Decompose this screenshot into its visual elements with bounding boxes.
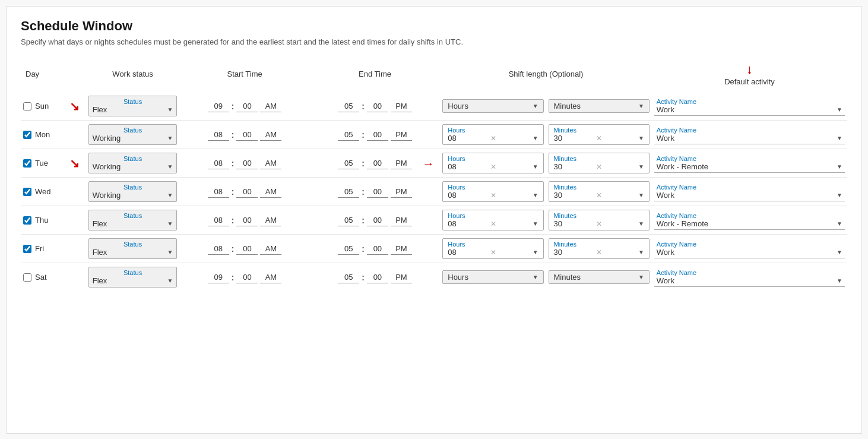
end-min-mon[interactable] (367, 129, 388, 141)
start-time-group-sat: : (182, 271, 307, 283)
end-hour-mon[interactable] (338, 129, 359, 141)
hours-clear-thu[interactable]: ✕ (490, 220, 496, 228)
activity-dropdown-tue[interactable]: Activity Name Work - Remote ▼ (654, 154, 845, 173)
activity-dropdown-sat[interactable]: Activity Name Work ▼ (654, 268, 845, 287)
red-arrow-hours-icon: → (422, 156, 434, 170)
status-dropdown-sat[interactable]: Status Flex ▼ (88, 267, 178, 288)
start-min-mon[interactable] (236, 129, 258, 141)
minutes-clear-thu[interactable]: ✕ (596, 220, 602, 228)
end-ampm-wed[interactable] (391, 186, 412, 198)
end-min-fri[interactable] (367, 243, 388, 255)
start-ampm-sat[interactable] (260, 271, 281, 283)
start-hour-sun[interactable] (208, 100, 229, 112)
end-ampm-tue[interactable] (391, 157, 412, 169)
hours-clear-wed[interactable]: ✕ (490, 191, 496, 200)
start-hour-mon[interactable] (208, 129, 229, 141)
col-header-work-status: Work status (112, 70, 153, 78)
start-min-sat[interactable] (236, 271, 258, 283)
end-hour-sat[interactable] (338, 271, 359, 283)
status-dropdown-fri[interactable]: Status Flex ▼ (88, 238, 178, 259)
status-label-tue: Status (93, 155, 173, 162)
hours-value-fri: 08 (448, 248, 456, 257)
day-checkbox-sat[interactable] (23, 273, 31, 282)
end-hour-tue[interactable] (338, 157, 359, 169)
hours-dropdown-sat[interactable]: Hours ▼ (442, 270, 543, 284)
minutes-dropdown-sun[interactable]: Minutes ▼ (549, 99, 650, 113)
hours-dropdown-sun[interactable]: Hours ▼ (442, 99, 543, 113)
day-checkbox-sun[interactable] (23, 102, 31, 110)
hours-dropdown-wed[interactable]: Hours 08 ✕ ▼ (442, 181, 543, 202)
hours-dropdown-thu[interactable]: Hours 08 ✕ ▼ (442, 210, 543, 230)
hours-clear-tue[interactable]: ✕ (490, 163, 496, 171)
day-checkbox-wed[interactable] (23, 188, 31, 196)
start-ampm-fri[interactable] (260, 243, 281, 255)
hours-dropdown-fri[interactable]: Hours 08 ✕ ▼ (442, 238, 543, 259)
hours-clear-mon[interactable]: ✕ (490, 134, 496, 143)
minutes-clear-tue[interactable]: ✕ (596, 163, 602, 171)
end-ampm-mon[interactable] (391, 129, 412, 141)
end-hour-fri[interactable] (338, 243, 359, 255)
status-dropdown-sun[interactable]: Status Flex ▼ (88, 96, 178, 116)
end-sep-wed: : (362, 187, 365, 197)
activity-dropdown-sun[interactable]: Activity Name Work ▼ (654, 97, 845, 116)
status-dropdown-arrow-sun: ▼ (167, 106, 173, 113)
minutes-dropdown-sat[interactable]: Minutes ▼ (549, 270, 650, 284)
day-checkbox-thu[interactable] (23, 216, 31, 225)
start-min-sun[interactable] (236, 100, 258, 112)
start-ampm-mon[interactable] (260, 129, 281, 141)
start-hour-tue[interactable] (208, 157, 229, 169)
hours-clear-fri[interactable]: ✕ (490, 248, 496, 257)
minutes-clear-mon[interactable]: ✕ (596, 134, 602, 143)
hours-dropdown-tue[interactable]: Hours 08 ✕ ▼ (442, 153, 543, 173)
start-min-tue[interactable] (236, 157, 258, 169)
end-hour-sun[interactable] (338, 100, 359, 112)
end-ampm-fri[interactable] (391, 243, 412, 255)
status-value-sun: Flex (93, 105, 107, 114)
minutes-clear-fri[interactable]: ✕ (596, 248, 602, 257)
minutes-dropdown-thu[interactable]: Minutes 30 ✕ ▼ (549, 210, 650, 230)
start-hour-sat[interactable] (208, 271, 229, 283)
activity-value-fri: Work (657, 248, 674, 257)
hours-dropdown-mon[interactable]: Hours 08 ✕ ▼ (442, 124, 543, 145)
end-min-sun[interactable] (367, 100, 388, 112)
status-dropdown-wed[interactable]: Status Working ▼ (88, 181, 178, 202)
activity-dropdown-wed[interactable]: Activity Name Work ▼ (654, 182, 845, 201)
activity-dropdown-mon[interactable]: Activity Name Work ▼ (654, 125, 845, 144)
end-ampm-sat[interactable] (391, 271, 412, 283)
minutes-dropdown-wed[interactable]: Minutes 30 ✕ ▼ (549, 181, 650, 202)
start-ampm-sun[interactable] (260, 100, 281, 112)
start-ampm-tue[interactable] (260, 157, 281, 169)
day-checkbox-fri[interactable] (23, 245, 31, 253)
status-dropdown-tue[interactable]: Status Working ▼ (88, 153, 178, 173)
start-hour-thu[interactable] (208, 214, 229, 226)
start-ampm-thu[interactable] (260, 214, 281, 226)
end-time-group-mon: : (312, 129, 438, 141)
activity-dropdown-thu[interactable]: Activity Name Work - Remote ▼ (654, 211, 845, 230)
start-min-fri[interactable] (236, 243, 258, 255)
end-ampm-sun[interactable] (391, 100, 412, 112)
end-min-wed[interactable] (367, 186, 388, 198)
activity-dropdown-arrow-fri: ▼ (837, 249, 842, 255)
minutes-dropdown-mon[interactable]: Minutes 30 ✕ ▼ (549, 124, 650, 145)
minutes-clear-wed[interactable]: ✕ (596, 191, 602, 200)
day-checkbox-tue[interactable] (23, 159, 31, 168)
day-checkbox-mon[interactable] (23, 131, 31, 139)
activity-dropdown-fri[interactable]: Activity Name Work ▼ (654, 239, 845, 258)
end-min-thu[interactable] (367, 214, 388, 226)
status-dropdown-mon[interactable]: Status Working ▼ (88, 124, 178, 145)
start-hour-fri[interactable] (208, 243, 229, 255)
start-ampm-wed[interactable] (260, 186, 281, 198)
status-dropdown-arrow-wed: ▼ (167, 192, 173, 198)
end-min-tue[interactable] (367, 157, 388, 169)
end-hour-wed[interactable] (338, 186, 359, 198)
start-min-wed[interactable] (236, 186, 258, 198)
minutes-dropdown-fri[interactable]: Minutes 30 ✕ ▼ (549, 238, 650, 259)
end-hour-thu[interactable] (338, 214, 359, 226)
end-min-sat[interactable] (367, 271, 388, 283)
start-min-thu[interactable] (236, 214, 258, 226)
start-hour-wed[interactable] (208, 186, 229, 198)
minutes-dropdown-tue[interactable]: Minutes 30 ✕ ▼ (549, 153, 650, 173)
col-header-end-time: End Time (359, 70, 391, 78)
status-dropdown-thu[interactable]: Status Flex ▼ (88, 210, 178, 230)
end-ampm-thu[interactable] (391, 214, 412, 226)
